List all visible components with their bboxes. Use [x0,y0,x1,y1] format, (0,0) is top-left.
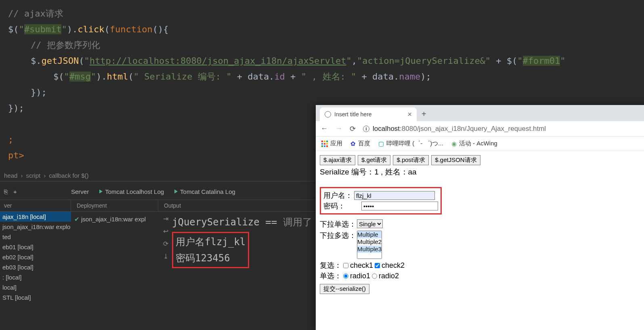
ajax-button[interactable]: $.ajax请求 [320,155,355,165]
breadcrumb-item[interactable]: script [23,172,44,179]
radio2-input[interactable] [372,273,377,279]
reload-icon[interactable]: ⟳ [350,124,356,133]
add-icon[interactable]: + [13,188,17,195]
header-deployment: Deployment [71,200,158,211]
baidu-icon: ✿ [350,140,356,147]
header-version: ver [0,200,71,211]
tab-tomcat-catalina[interactable]: Tomcat Catalina Log [174,188,235,195]
info-icon[interactable]: i [363,126,369,132]
play-icon [99,189,103,193]
bilibili-icon: ▢ [378,140,384,147]
result-text: Serialize 编号：1 , 姓名：aa [320,167,643,177]
check2-input[interactable] [375,263,380,268]
list-item[interactable]: local] [0,282,71,292]
console-output[interactable]: jQuerySerialize == 调用了 用户名flzj_kl 密码1234… [172,214,312,268]
code-line: // ajax请求 [8,6,636,21]
get-button[interactable]: $.get请求 [358,155,390,165]
post-button[interactable]: $.post请求 [393,155,429,165]
tab-bar: Insert title here × + [316,105,644,121]
new-tab-button[interactable]: + [417,107,431,121]
radio-label: 单选： [320,271,342,281]
check-icon: ✔ [74,216,80,223]
password-label: 密码： [323,201,354,211]
header-output: Output [158,200,181,211]
bookmark-apps[interactable]: 应用 [321,140,342,147]
code-line: // 把参数序列化 [8,37,636,53]
console-line: 密码123456 [176,250,245,266]
list-item[interactable]: eb03 [local] [0,262,71,272]
deployment-list[interactable]: ✔json_ajax_i18n:war expl [71,212,158,227]
single-select[interactable]: Single [357,219,383,228]
run-config-list[interactable]: ajax_i18n [local] json_ajax_i18n:war exp… [0,212,71,303]
step-icon[interactable]: ⇥ [163,215,168,223]
globe-icon [325,111,331,118]
radio2-label: radio2 [379,272,399,280]
breadcrumb-item[interactable]: head [1,172,21,179]
form-highlight-box: 用户名： 密码： [320,187,442,214]
bookmarks-bar: 应用 ✿百度 ▢哔哩哔哩 (゜- ゜)つ... ◉活动 - AcWing [316,137,644,151]
breadcrumb[interactable]: head›script›callback for $() [0,170,93,181]
apps-icon [321,141,328,147]
attach-icon[interactable]: ⎘ [4,188,8,195]
bookmark-baidu[interactable]: ✿百度 [350,140,370,147]
tab-tomcat-local[interactable]: Tomcat Localhost Log [99,188,164,195]
forward-icon[interactable]: → [335,124,342,133]
url-input[interactable]: i localhost:8080/json_ajax_i18n/Jquery_A… [363,125,642,133]
code-line: $("#submit").click(function(){ [8,21,636,37]
check2-label: check2 [382,261,405,270]
username-label: 用户名： [323,191,354,200]
close-icon[interactable]: × [407,110,412,119]
tab-server[interactable]: Server [71,188,89,195]
address-bar: ← → ⟳ i localhost:8080/json_ajax_i18n/Jq… [316,121,644,137]
console-line: 用户名flzj_kl [176,234,245,250]
console-line: jQuerySerialize == 调用了 [172,214,312,230]
username-input[interactable] [354,191,435,200]
code-line: $.getJSON("http://localhost:8080/json_aj… [8,53,636,69]
output-toolbar: ⇥ ↩ ⟳ ⤓ [160,215,171,260]
back-icon[interactable]: ← [321,124,328,133]
breadcrumb-item[interactable]: callback for $() [46,172,92,179]
bookmark-bilibili[interactable]: ▢哔哩哔哩 (゜- ゜)つ... [378,140,443,147]
list-item[interactable]: ajax_i18n [local] [0,212,71,222]
list-item[interactable]: eb02 [local] [0,252,71,262]
export-icon[interactable]: ⤓ [163,252,168,260]
acwing-icon: ◉ [451,140,457,147]
panel-tabs: Server Tomcat Localhost Log Tomcat Catal… [71,184,235,199]
back-icon[interactable]: ↩ [163,227,168,235]
deployment-item[interactable]: json_ajax_i18n:war expl [81,216,146,223]
check1-input[interactable] [343,263,348,268]
page-content: $.ajax请求 $.get请求 $.post请求 $.getJSON请求 Se… [316,151,644,298]
getjson-button[interactable]: $.getJSON请求 [431,155,480,165]
refresh-icon[interactable]: ⟳ [163,240,168,248]
code-line: $("#msg").html(" Serialize 编号: " + data.… [8,69,636,84]
tab-title: Insert title here [334,111,372,118]
password-input[interactable] [361,202,438,210]
radio1-input[interactable] [343,273,348,279]
bookmark-acwing[interactable]: ◉活动 - AcWing [451,140,497,147]
submit-serialize-button[interactable]: 提交--serialize() [320,284,369,294]
browser-tab[interactable]: Insert title here × [320,107,417,121]
list-item[interactable]: STL [local] [0,292,71,303]
list-item[interactable]: ted [0,232,71,242]
code-line: }); [8,84,636,100]
list-item[interactable]: json_ajax_i18n:war explo [0,222,71,232]
multi-select[interactable]: Multiple Multiple2 Multiple3 [357,231,382,259]
radio1-label: radio1 [350,272,370,280]
checkbox-label: 复选： [320,261,342,270]
browser-window: Insert title here × + ← → ⟳ i localhost:… [316,105,644,330]
console-highlight-box: 用户名flzj_kl 密码123456 [172,232,249,268]
multi-select-label: 下拉多选： [320,231,357,240]
play-icon [174,189,178,193]
check1-label: check1 [350,261,373,270]
list-item[interactable]: eb01 [local] [0,242,71,252]
single-select-label: 下拉单选： [320,219,357,229]
list-item[interactable]: : [local] [0,272,71,282]
